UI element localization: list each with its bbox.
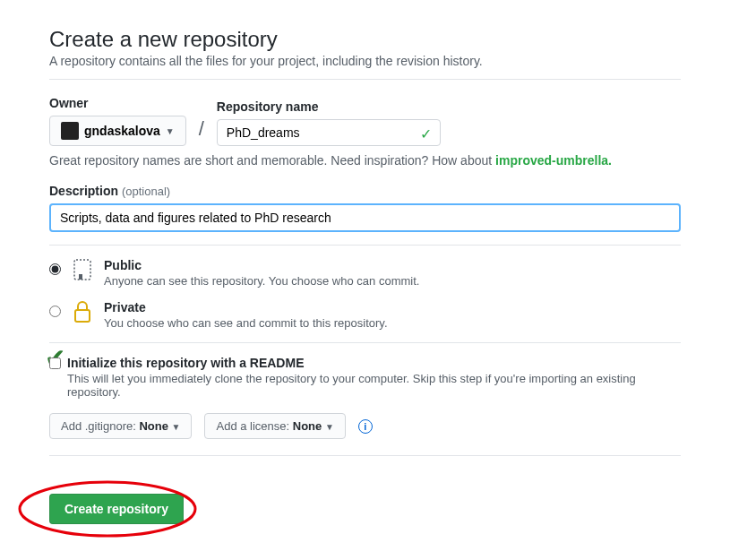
owner-username: gndaskalova — [84, 124, 160, 138]
public-radio[interactable] — [49, 263, 61, 275]
license-value: None — [293, 419, 322, 433]
info-icon[interactable]: i — [358, 419, 373, 434]
lock-icon — [70, 300, 95, 323]
gitignore-prefix: Add .gitignore: — [61, 419, 139, 433]
divider — [49, 342, 681, 343]
license-dropdown[interactable]: Add a license: None ▼ — [204, 413, 345, 439]
gitignore-value: None — [139, 419, 168, 433]
optional-label: (optional) — [122, 185, 170, 198]
name-hint: Great repository names are short and mem… — [49, 153, 681, 168]
check-icon: ✓ — [420, 125, 432, 142]
repo-name-label: Repository name — [217, 99, 441, 114]
svg-rect-1 — [79, 274, 82, 280]
svg-rect-2 — [75, 310, 90, 322]
license-prefix: Add a license: — [216, 419, 292, 433]
description-label: Description — [49, 184, 118, 198]
chevron-down-icon: ▼ — [166, 126, 175, 136]
chevron-down-icon: ▼ — [325, 422, 334, 432]
divider — [49, 455, 681, 456]
repo-icon — [70, 258, 95, 283]
suggestion-link[interactable]: improved-umbrella. — [495, 153, 612, 168]
private-title: Private — [104, 300, 388, 314]
private-radio[interactable] — [49, 306, 61, 317]
private-desc: You choose who can see and commit to thi… — [104, 316, 388, 330]
divider — [49, 245, 681, 246]
description-input[interactable] — [49, 203, 681, 232]
readme-desc: This will let you immediately clone the … — [49, 372, 681, 399]
create-repository-button[interactable]: Create repository — [49, 494, 184, 524]
public-title: Public — [104, 258, 419, 272]
chevron-down-icon: ▼ — [172, 422, 181, 432]
readme-checkbox[interactable] — [49, 358, 61, 369]
hint-text: Great repository names are short and mem… — [49, 153, 492, 168]
readme-title: Initialize this repository with a README — [49, 356, 681, 370]
owner-label: Owner — [49, 96, 186, 110]
repo-name-input[interactable] — [217, 119, 441, 146]
divider — [49, 79, 681, 80]
page-subtitle: A repository contains all the files for … — [49, 54, 681, 68]
page-title: Create a new repository — [49, 27, 681, 52]
slash-separator: / — [199, 117, 204, 141]
gitignore-dropdown[interactable]: Add .gitignore: None ▼ — [49, 413, 192, 439]
owner-dropdown[interactable]: gndaskalova ▼ — [49, 116, 186, 146]
avatar — [61, 122, 79, 140]
public-desc: Anyone can see this repository. You choo… — [104, 274, 419, 288]
